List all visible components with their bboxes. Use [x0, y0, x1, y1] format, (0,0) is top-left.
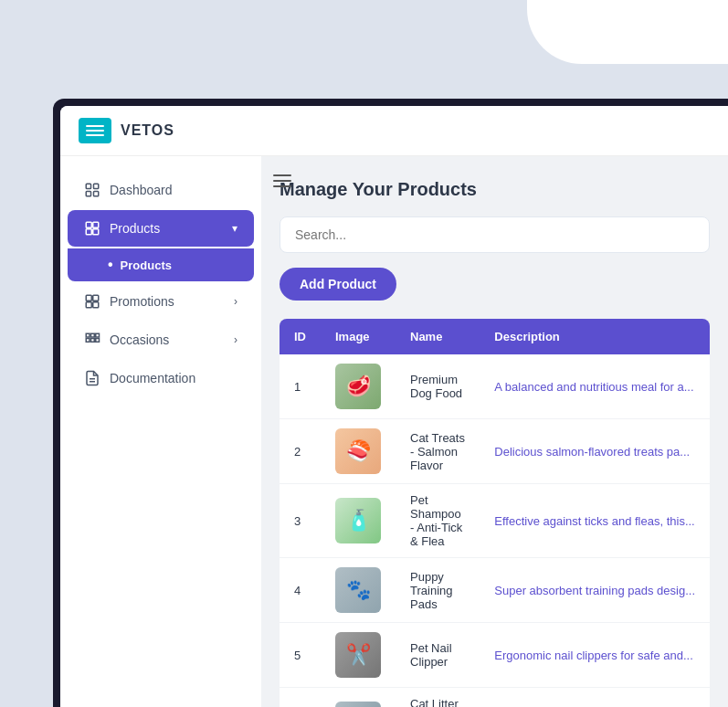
sidebar-item-promotions[interactable]: Promotions › — [68, 283, 254, 320]
col-header-id: ID — [280, 319, 321, 354]
svg-rect-17 — [96, 339, 100, 343]
svg-rect-0 — [86, 184, 90, 188]
menu-line-3 — [273, 185, 291, 187]
content-area: Manage Your Products Add Product ID Imag… — [261, 156, 728, 707]
table-row: 3 🧴 Pet Shampoo - Anti-Tick & Flea Effec… — [280, 484, 710, 558]
device-frame: VETOS Dashboard — [53, 99, 728, 707]
svg-rect-4 — [86, 222, 91, 227]
search-input[interactable] — [280, 216, 710, 253]
svg-rect-13 — [91, 333, 95, 337]
svg-rect-11 — [93, 302, 99, 308]
promotions-icon — [84, 293, 100, 310]
sidebar-label-documentation: Documentation — [110, 371, 195, 385]
promotions-chevron: › — [234, 295, 237, 308]
svg-rect-6 — [86, 229, 91, 235]
table-row: 2 🍣 Cat Treats - Salmon Flavor Delicious… — [280, 419, 710, 484]
cell-image: 🪣 — [321, 688, 396, 708]
cell-name: Pet Nail Clipper — [396, 623, 480, 688]
header-bar: VETOS — [60, 106, 728, 156]
svg-rect-1 — [94, 184, 99, 188]
menu-line-1 — [273, 174, 291, 176]
cell-id: 6 — [280, 688, 321, 708]
cell-id: 2 — [280, 419, 321, 484]
product-image-2: 🍣 — [335, 428, 381, 474]
cell-id: 3 — [280, 484, 321, 558]
cell-description: Super absorbent training pads desig... — [480, 558, 710, 623]
cell-image: 🐾 — [321, 558, 396, 623]
cell-name: Puppy Training Pads — [396, 558, 480, 623]
cell-id: 5 — [280, 623, 321, 688]
table-header: ID Image Name Description — [280, 319, 710, 354]
sidebar-label-products: Products — [110, 221, 160, 236]
col-header-name: Name — [396, 319, 480, 354]
svg-rect-2 — [86, 192, 90, 196]
sidebar-label-occasions: Occasions — [110, 332, 169, 347]
svg-rect-5 — [93, 222, 99, 227]
brand-name: VETOS — [121, 122, 174, 139]
sidebar-item-products[interactable]: Products ▾ — [68, 210, 254, 247]
col-header-image: Image — [321, 319, 396, 354]
sidebar-item-documentation[interactable]: Documentation — [68, 360, 254, 396]
svg-rect-12 — [86, 333, 90, 337]
svg-rect-9 — [93, 295, 99, 301]
sidebar: Dashboard Products ▾ — [60, 156, 261, 707]
products-icon — [84, 220, 100, 237]
occasions-icon — [84, 332, 100, 348]
cell-description: Delicious salmon-flavored treats pa... — [480, 419, 710, 484]
product-image-4: 🐾 — [335, 567, 381, 613]
sidebar-item-occasions[interactable]: Occasions › — [68, 322, 254, 358]
page-title: Manage Your Products — [280, 179, 710, 200]
col-header-description: Description — [480, 319, 710, 354]
sidebar-sub-products[interactable]: Products — [68, 248, 254, 281]
hamburger-menu[interactable] — [269, 170, 296, 192]
table-row: 5 ✂️ Pet Nail Clipper Ergonomic nail cli… — [280, 623, 710, 688]
cell-name: Cat Treats - Salmon Flavor — [396, 419, 480, 484]
occasions-chevron: › — [234, 333, 237, 346]
svg-rect-15 — [86, 339, 90, 343]
logo-icon — [79, 118, 111, 143]
cell-description: Ergonomic nail clippers for safe and... — [480, 623, 710, 688]
sidebar-label-promotions: Promotions — [110, 294, 174, 309]
add-product-button[interactable]: Add Product — [280, 268, 396, 301]
cell-description: Effective against ticks and fleas, this.… — [480, 484, 710, 558]
table-body: 1 🥩 Premium Dog Food A balanced and nutr… — [280, 354, 710, 707]
cell-image: 🧴 — [321, 484, 396, 558]
table-row: 6 🪣 Cat Litter - Lavender Scent Clumping… — [280, 688, 710, 708]
documentation-icon — [84, 370, 100, 386]
table-row: 4 🐾 Puppy Training Pads Super absorbent … — [280, 558, 710, 623]
cell-image: 🥩 — [321, 354, 396, 419]
svg-rect-10 — [86, 302, 91, 308]
cell-image: ✂️ — [321, 623, 396, 688]
product-image-3: 🧴 — [335, 498, 381, 543]
dashboard-icon — [84, 182, 100, 198]
svg-rect-16 — [91, 339, 95, 343]
cell-name: Cat Litter - Lavender Scent — [396, 688, 480, 708]
svg-rect-3 — [94, 192, 99, 196]
products-chevron: ▾ — [232, 222, 237, 235]
svg-rect-8 — [86, 295, 91, 301]
bg-decoration — [527, 0, 728, 64]
product-image-1: 🥩 — [335, 364, 381, 409]
products-table: ID Image Name Description 1 🥩 Premium Do… — [280, 319, 710, 707]
cell-description: A balanced and nutritious meal for a... — [480, 354, 710, 419]
menu-line-2 — [273, 180, 291, 182]
cell-id: 1 — [280, 354, 321, 419]
table-row: 1 🥩 Premium Dog Food A balanced and nutr… — [280, 354, 710, 419]
product-image-6: 🪣 — [335, 702, 381, 707]
sidebar-label-dashboard: Dashboard — [110, 183, 173, 197]
cell-description: Clumping cat litter with a pleasant l... — [480, 688, 710, 708]
sidebar-sub-label-products: Products — [121, 259, 172, 272]
svg-rect-14 — [96, 333, 100, 337]
cell-name: Premium Dog Food — [396, 354, 480, 419]
svg-rect-7 — [93, 229, 99, 235]
cell-image: 🍣 — [321, 419, 396, 484]
cell-id: 4 — [280, 558, 321, 623]
product-image-5: ✂️ — [335, 632, 381, 678]
sidebar-item-dashboard[interactable]: Dashboard — [68, 172, 254, 208]
cell-name: Pet Shampoo - Anti-Tick & Flea — [396, 484, 480, 558]
